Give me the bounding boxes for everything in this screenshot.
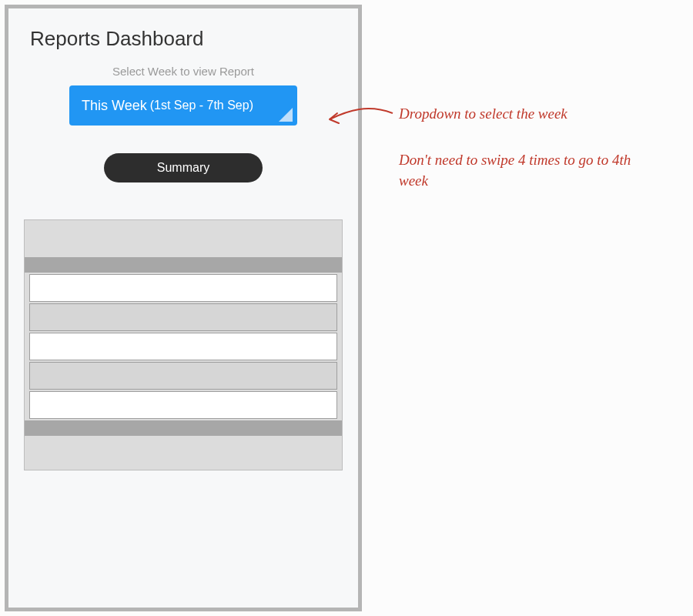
- week-select-value-main: This Week: [82, 98, 147, 114]
- report-table-placeholder: [24, 219, 343, 470]
- table-header-placeholder: [25, 220, 342, 257]
- table-divider: [25, 420, 342, 436]
- table-row: [29, 362, 337, 390]
- app-frame: Reports Dashboard Select Week to view Re…: [5, 5, 362, 611]
- annotation-swipe-note: Don't need to swipe 4 times to go to 4th…: [399, 150, 653, 191]
- table-divider: [25, 257, 342, 273]
- table-row: [29, 333, 337, 360]
- week-select-label: Select Week to view Report: [8, 65, 358, 78]
- table-row: [29, 303, 337, 331]
- page-title: Reports Dashboard: [8, 8, 358, 65]
- summary-button[interactable]: Summary: [104, 153, 263, 182]
- table-footer-placeholder: [25, 436, 342, 470]
- week-select-value-range: (1st Sep - 7th Sep): [150, 99, 253, 112]
- table-row: [29, 391, 337, 419]
- week-select-dropdown[interactable]: This Week (1st Sep - 7th Sep): [69, 85, 297, 126]
- table-row: [29, 274, 337, 302]
- annotation-dropdown-note: Dropdown to select the week: [399, 104, 567, 125]
- dropdown-indicator-icon: [279, 108, 293, 122]
- summary-button-label: Summary: [157, 161, 209, 175]
